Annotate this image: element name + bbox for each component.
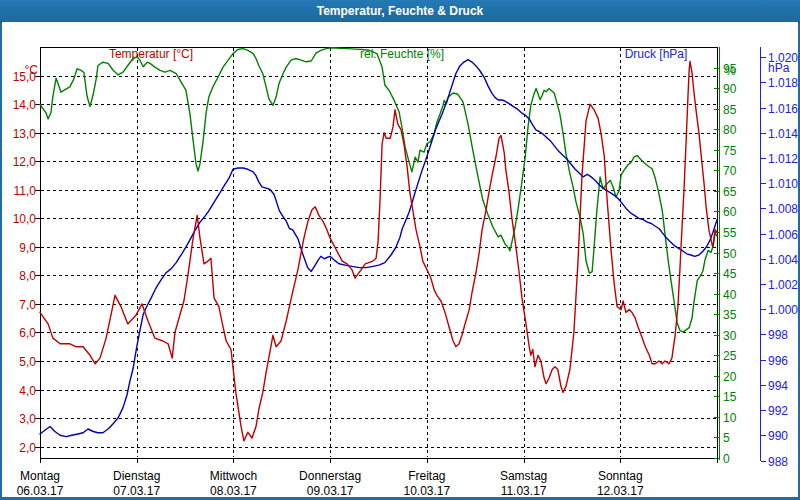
pressure-tick-label: 988 [768, 455, 788, 469]
humidity-tick-label: 0 [723, 452, 730, 466]
pressure-tick-label: 1.018 [768, 76, 798, 90]
chart-plot: 15,014,013,012,011,010,09,08,07,06,05,04… [0, 0, 800, 500]
pressure-tick-label: 1.020 [768, 51, 798, 65]
date-label: 11.03.17 [501, 484, 547, 498]
humidity-tick-label: 45 [723, 267, 737, 281]
day-label: Freitag [408, 469, 445, 483]
temp-tick-label: 2,0 [19, 441, 36, 455]
day-label: Donnerstag [299, 469, 361, 483]
temp-tick-label: 11,0 [14, 184, 37, 198]
pressure-tick-label: 1.000 [768, 303, 798, 317]
day-label: Samstag [500, 469, 547, 483]
temp-tick-label: 5,0 [19, 355, 36, 369]
pressure-tick-label: 990 [768, 429, 788, 443]
humidity-tick-label: 95 [723, 62, 737, 76]
temp-tick-label: 3,0 [19, 412, 36, 426]
temp-tick-label: 15,0 [13, 70, 37, 84]
humidity-tick-label: 40 [723, 288, 737, 302]
pressure-tick-label: 996 [768, 354, 788, 368]
plot-frame [41, 48, 718, 459]
date-label: 08.03.17 [210, 484, 257, 498]
pressure-tick-label: 992 [768, 404, 788, 418]
humidity-tick-label: 25 [723, 349, 737, 363]
date-label: 09.03.17 [307, 484, 354, 498]
temp-tick-label: 8,0 [19, 269, 36, 283]
day-label: Mittwoch [210, 469, 257, 483]
humidity-tick-label: 75 [723, 144, 737, 158]
pressure-tick-label: 994 [768, 379, 788, 393]
humidity-tick-label: 55 [723, 226, 737, 240]
temp-tick-label: 10,0 [13, 212, 37, 226]
humidity-tick-label: 20 [723, 370, 737, 384]
pressure-line [40, 60, 717, 437]
pressure-tick-label: 1.004 [768, 253, 798, 267]
humidity-tick-label: 60 [723, 205, 737, 219]
day-label: Montag [20, 469, 60, 483]
humidity-tick-label: 15 [723, 390, 737, 404]
pressure-tick-label: 1.016 [768, 102, 798, 116]
pressure-tick-label: 998 [768, 328, 788, 342]
day-label: Sonntag [598, 469, 643, 483]
humidity-tick-label: 5 [723, 431, 730, 445]
humidity-tick-label: 80 [723, 123, 737, 137]
date-label: 07.03.17 [113, 484, 160, 498]
pressure-tick-label: 1.006 [768, 228, 798, 242]
pressure-tick-label: 1.008 [768, 202, 798, 216]
pressure-tick-label: 1.010 [768, 177, 798, 191]
temp-tick-label: 13,0 [13, 127, 37, 141]
day-label: Dienstag [113, 469, 160, 483]
temp-tick-label: 6,0 [19, 326, 36, 340]
temperature-line [40, 61, 717, 441]
date-label: 12.03.17 [597, 484, 644, 498]
humidity-tick-label: 50 [723, 247, 737, 261]
date-label: 10.03.17 [403, 484, 450, 498]
temp-tick-label: 7,0 [19, 298, 36, 312]
pressure-tick-label: 1.012 [768, 152, 798, 166]
weather-chart-window: { "window": { "title": "Temperatur, Feuc… [0, 0, 800, 500]
humidity-tick-label: 35 [723, 308, 737, 322]
humidity-tick-label: 70 [723, 164, 737, 178]
pressure-tick-label: 1.014 [768, 127, 798, 141]
humidity-tick-label: 85 [723, 103, 737, 117]
date-label: 06.03.17 [17, 484, 64, 498]
temp-tick-label: 4,0 [19, 384, 36, 398]
temp-tick-label: 12,0 [13, 155, 37, 169]
temp-tick-label: 9,0 [19, 241, 36, 255]
humidity-tick-label: 65 [723, 185, 737, 199]
humidity-tick-label: 30 [723, 329, 737, 343]
humidity-tick-label: 10 [723, 411, 737, 425]
pressure-tick-label: 1.002 [768, 278, 798, 292]
humidity-tick-label: 90 [723, 82, 737, 96]
temp-tick-label: 14,0 [13, 98, 37, 112]
